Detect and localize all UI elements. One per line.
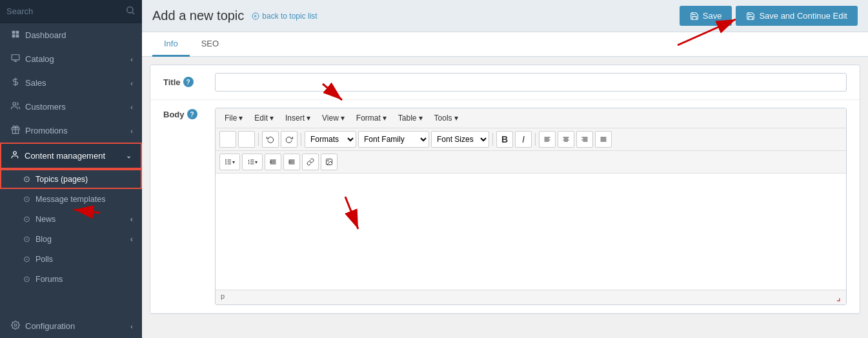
toolbar-separator-2 [301, 133, 301, 146]
link-button[interactable] [302, 154, 319, 170]
format-menu[interactable]: Format ▾ [351, 111, 392, 125]
editor-toolbar-row1: Formats Font Family Font Sizes B [216, 128, 846, 151]
svg-point-38 [226, 164, 227, 164]
customers-icon [11, 101, 20, 112]
sidebar-sub-item-blog[interactable]: ⊙ Blog ‹ [0, 229, 142, 249]
outdent-button[interactable] [283, 154, 300, 170]
search-input[interactable] [6, 6, 125, 16]
image-button[interactable] [321, 154, 338, 170]
view-menu-label: View [322, 114, 339, 123]
editor-toolbar-row2: ▾ ▾ [216, 151, 846, 174]
sidebar-item-label: Catalog [25, 54, 54, 64]
justify-button[interactable] [595, 131, 612, 148]
title-input[interactable] [215, 73, 847, 92]
catalog-icon [11, 54, 20, 65]
chevron-right-icon: ‹ [130, 55, 133, 63]
back-to-topic-list-link[interactable]: back to topic list [252, 12, 317, 21]
sidebar-item-dashboard[interactable]: Dashboard [0, 23, 142, 47]
search-icon [125, 5, 136, 17]
save-button[interactable]: Save [680, 6, 732, 26]
italic-button[interactable]: I [515, 131, 532, 148]
sidebar-item-catalog[interactable]: Catalog ‹ [0, 47, 142, 71]
tab-seo-label: SEO [201, 39, 219, 48]
unordered-list-button[interactable]: ▾ [219, 154, 240, 170]
svg-point-0 [127, 7, 133, 13]
svg-point-13 [14, 152, 17, 155]
body-field: File ▾ Edit ▾ Insert ▾ [215, 108, 847, 305]
font-family-select[interactable]: Font Family [358, 131, 429, 148]
toolbar-separator-3 [492, 133, 493, 146]
sidebar-item-configuration[interactable]: Configuration ‹ [0, 314, 142, 338]
dashboard-icon [11, 30, 20, 41]
view-chevron-icon: ▾ [341, 114, 345, 123]
edit-menu[interactable]: Edit ▾ [249, 111, 279, 125]
svg-rect-5 [16, 35, 19, 38]
sidebar-sub-item-topics-pages[interactable]: ⊙ Topics (pages) [0, 169, 142, 189]
insert-menu[interactable]: Insert ▾ [280, 111, 316, 125]
rtl-button[interactable] [238, 131, 255, 148]
italic-label: I [522, 134, 525, 144]
tab-info-label: Info [164, 39, 178, 48]
chevron-right-icon: ‹ [130, 79, 133, 87]
sidebar-item-label: Promotions [25, 126, 68, 135]
edit-chevron-icon: ▾ [270, 114, 274, 123]
toolbar-separator-4 [535, 133, 536, 146]
file-menu-label: File [225, 114, 237, 123]
file-menu[interactable]: File ▾ [219, 111, 248, 125]
editor-menubar: File ▾ Edit ▾ Insert ▾ [216, 108, 846, 128]
editor-body[interactable] [216, 174, 846, 290]
sidebar-item-promotions[interactable]: Promotions ‹ [0, 119, 142, 143]
sidebar-sub-item-label: Topics (pages) [35, 175, 88, 184]
bold-button[interactable]: B [496, 131, 513, 148]
sidebar-sub-item-label: Polls [35, 255, 53, 264]
save-and-continue-button[interactable]: Save and Continue Edit [736, 6, 858, 26]
undo-button[interactable] [262, 131, 279, 148]
sidebar-item-customers[interactable]: Customers ‹ [0, 95, 142, 119]
body-help-icon[interactable]: ? [187, 109, 197, 119]
sidebar-sub-item-label: Blog [35, 235, 52, 244]
font-sizes-select[interactable]: Font Sizes [431, 131, 489, 148]
indent-button[interactable] [265, 154, 281, 170]
save-button-label: Save [703, 11, 722, 21]
sidebar-sub-item-polls[interactable]: ⊙ Polls [0, 249, 142, 269]
sidebar-sub-item-label: News [35, 215, 56, 224]
tab-seo[interactable]: SEO [190, 32, 230, 57]
resize-handle[interactable]: ⌟ [836, 292, 841, 303]
chevron-right-icon: ‹ [130, 127, 133, 135]
format-chevron-icon: ▾ [383, 114, 387, 123]
title-help-icon[interactable]: ? [183, 77, 194, 87]
bold-label: B [501, 134, 508, 144]
format-menu-label: Format [356, 114, 381, 123]
sidebar-sub-item-news[interactable]: ⊙ News ‹ [0, 209, 142, 229]
table-menu[interactable]: Table ▾ [393, 111, 428, 125]
insert-chevron-icon: ▾ [307, 114, 310, 123]
title-label-text: Title [163, 77, 181, 87]
redo-button[interactable] [281, 131, 298, 148]
polls-icon: ⊙ [23, 254, 30, 264]
ltr-button[interactable] [219, 131, 236, 148]
page-title: Add a new topic [152, 8, 244, 23]
ordered-list-button[interactable]: ▾ [242, 154, 263, 170]
chevron-right-icon: ‹ [130, 235, 133, 244]
svg-point-51 [328, 161, 329, 162]
sales-icon [11, 77, 20, 88]
svg-point-36 [226, 160, 227, 161]
body-row: Body ? File ▾ Edit ▾ [150, 100, 860, 313]
sidebar-item-content-management[interactable]: Content management ⌄ [0, 143, 142, 169]
svg-point-10 [13, 103, 16, 106]
body-label: Body ? [163, 108, 215, 119]
promotions-icon [11, 125, 20, 136]
chevron-right-icon: ‹ [130, 103, 133, 111]
message-templates-icon: ⊙ [23, 194, 30, 204]
align-center-button[interactable] [558, 131, 574, 148]
align-left-button[interactable] [539, 131, 556, 148]
tools-menu[interactable]: Tools ▾ [429, 111, 463, 125]
tab-info[interactable]: Info [152, 32, 190, 57]
sidebar-sub-item-forums[interactable]: ⊙ Forums [0, 269, 142, 289]
view-menu[interactable]: View ▾ [317, 111, 350, 125]
sidebar-sub-item-message-templates[interactable]: ⊙ Message templates [0, 189, 142, 209]
content-management-icon [10, 150, 19, 161]
formats-select[interactable]: Formats [305, 131, 356, 148]
align-right-button[interactable] [576, 131, 593, 148]
sidebar-item-sales[interactable]: Sales ‹ [0, 71, 142, 95]
